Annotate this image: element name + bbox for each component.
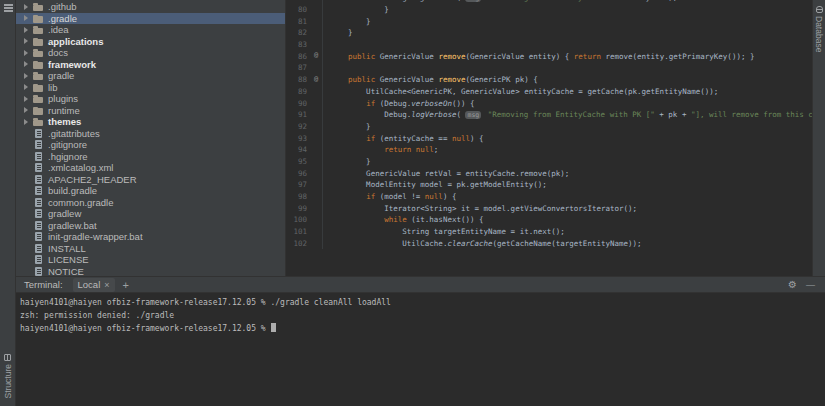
chevron-right-icon[interactable]	[24, 84, 33, 90]
code-line[interactable]: 94 return null;	[286, 144, 812, 156]
project-tree[interactable]: .github.gradle.ideaapplicationsdocsframe…	[16, 0, 286, 276]
tree-item-framework[interactable]: framework	[16, 59, 285, 71]
terminal-tab-label: Local	[78, 279, 101, 290]
code-line[interactable]: 99 Iterator<String> it = model.getViewCo…	[286, 202, 812, 214]
gutter-spacer	[310, 97, 323, 109]
line-number: 91	[286, 110, 310, 119]
line-number: 80	[286, 5, 310, 14]
file-icon	[33, 243, 44, 253]
code-line[interactable]: 88@ public GenericValue remove(GenericPK…	[286, 74, 812, 86]
tree-item-.hgignore[interactable]: .hgignore	[16, 151, 285, 163]
chevron-right-icon[interactable]	[24, 27, 33, 33]
tree-item-LICENSE[interactable]: LICENSE	[16, 254, 285, 266]
terminal-tab-local[interactable]: Local ×	[73, 278, 115, 292]
tree-item-plugins[interactable]: plugins	[16, 93, 285, 105]
tree-item-gradlew.bat[interactable]: gradlew.bat	[16, 220, 285, 232]
tree-item-runtime[interactable]: runtime	[16, 105, 285, 117]
method-annotation-icon[interactable]: @	[310, 74, 323, 86]
code-line[interactable]: 87	[286, 62, 812, 74]
terminal-title: Terminal:	[24, 279, 63, 290]
tree-item-docs[interactable]: docs	[16, 47, 285, 59]
method-annotation-icon[interactable]: @	[310, 50, 323, 62]
tree-item-label: .gitattributes	[48, 128, 100, 139]
code-line[interactable]: 93 if (entityCache == null) {	[286, 132, 812, 144]
chevron-right-icon[interactable]	[24, 4, 33, 10]
terminal-output[interactable]: haiyen4101@haiyen ofbiz-framework-releas…	[16, 293, 825, 406]
code-line[interactable]: 100 while (it.hasNext()) {	[286, 214, 812, 226]
gear-icon[interactable]: ⚙	[788, 279, 797, 290]
tree-item-label: LICENSE	[48, 254, 89, 265]
code-line[interactable]: 97 ModelEntity model = pk.getModelEntity…	[286, 179, 812, 191]
code-line[interactable]: 90 if (Debug.verboseOn()) {	[286, 97, 812, 109]
tree-item-APACHE2_HEADER[interactable]: APACHE2_HEADER	[16, 174, 285, 186]
code-line[interactable]: 81 }	[286, 15, 812, 27]
tree-item-.gradle[interactable]: .gradle	[16, 13, 285, 25]
chevron-right-icon[interactable]	[24, 96, 33, 102]
code-text: if (Debug.verboseOn()) {	[323, 99, 475, 108]
code-line[interactable]: 98 if (model != null) {	[286, 191, 812, 203]
code-text: Debug.logVerbose( msg "Removing from Ent…	[323, 110, 812, 119]
folder-icon	[33, 82, 44, 92]
tree-item-INSTALL[interactable]: INSTALL	[16, 243, 285, 255]
terminal-line: haiyen4101@haiyen ofbiz-framework-releas…	[20, 296, 825, 309]
folder-icon	[33, 94, 44, 104]
line-number: 95	[286, 157, 310, 166]
code-line[interactable]: 89 UtilCache<GenericPK, GenericValue> en…	[286, 86, 812, 98]
tree-item-.xmlcatalog.xml[interactable]: .xmlcatalog.xml	[16, 162, 285, 174]
close-icon[interactable]: ×	[104, 280, 109, 290]
chevron-right-icon[interactable]	[24, 107, 33, 113]
code-line[interactable]: 92 }	[286, 121, 812, 133]
code-line[interactable]: 82 }	[286, 27, 812, 39]
tree-item-gradle[interactable]: gradle	[16, 70, 285, 82]
tool-button-database[interactable]: Database	[813, 6, 825, 52]
tree-item-build.gradle[interactable]: build.gradle	[16, 185, 285, 197]
tree-item-label: APACHE2_HEADER	[48, 174, 137, 185]
menu-icon[interactable]	[0, 0, 16, 14]
tree-item-.idea[interactable]: .idea	[16, 24, 285, 36]
chevron-right-icon[interactable]	[24, 119, 33, 125]
tree-item-.github[interactable]: .github	[16, 1, 285, 13]
new-terminal-tab-button[interactable]: +	[123, 279, 129, 291]
tree-item-common.gradle[interactable]: common.gradle	[16, 197, 285, 209]
line-number: 79	[286, 0, 310, 2]
tree-item-init-gradle-wrapper.bat[interactable]: init-gradle-wrapper.bat	[16, 231, 285, 243]
tree-item-applications[interactable]: applications	[16, 36, 285, 48]
structure-icon	[4, 354, 11, 361]
gutter-spacer	[310, 27, 323, 39]
code-line[interactable]: 96 GenericValue retVal = entityCache.rem…	[286, 167, 812, 179]
terminal-cursor	[271, 323, 276, 332]
tree-item-NOTICE[interactable]: NOTICE	[16, 266, 285, 277]
chevron-right-icon[interactable]	[24, 50, 33, 56]
tree-item-.gitignore[interactable]: .gitignore	[16, 139, 285, 151]
chevron-right-icon[interactable]	[24, 73, 33, 79]
code-editor[interactable]: 79 Debug.logVerbose( msg "Removing from …	[286, 0, 812, 276]
code-text: UtilCache.clearCache(getCacheName(target…	[323, 239, 642, 248]
tree-item-themes[interactable]: themes	[16, 116, 285, 128]
tool-button-structure[interactable]: Structure	[0, 354, 15, 399]
tree-item-label: gradlew.bat	[48, 220, 97, 231]
code-line[interactable]: 101 String targetEntityName = it.next();	[286, 226, 812, 238]
line-number: 96	[286, 169, 310, 178]
tree-item-label: init-gradle-wrapper.bat	[48, 231, 143, 242]
gutter-spacer	[310, 121, 323, 133]
code-line[interactable]: 83	[286, 39, 812, 51]
file-icon	[33, 163, 44, 173]
tree-item-lib[interactable]: lib	[16, 82, 285, 94]
tree-item-gradlew[interactable]: gradlew	[16, 208, 285, 220]
tree-item-.gitattributes[interactable]: .gitattributes	[16, 128, 285, 140]
chevron-right-icon[interactable]	[24, 38, 33, 44]
code-line[interactable]: 95 }	[286, 156, 812, 168]
tree-item-label: INSTALL	[48, 243, 86, 254]
file-icon	[33, 140, 44, 150]
chevron-right-icon[interactable]	[24, 61, 33, 67]
code-line[interactable]: 102 UtilCache.clearCache(getCacheName(ta…	[286, 237, 812, 249]
chevron-right-icon[interactable]	[24, 15, 33, 21]
line-number: 101	[286, 227, 310, 236]
code-text: Iterator<String> it = model.getViewConve…	[323, 204, 637, 213]
tree-item-label: themes	[48, 116, 81, 127]
minimize-icon[interactable]: —	[806, 280, 815, 290]
code-line[interactable]: 91 Debug.logVerbose( msg "Removing from …	[286, 109, 812, 121]
code-line[interactable]: 80 }	[286, 4, 812, 16]
code-line[interactable]: 86@ public GenericValue remove(GenericVa…	[286, 50, 812, 62]
code-text: return null;	[323, 145, 438, 154]
